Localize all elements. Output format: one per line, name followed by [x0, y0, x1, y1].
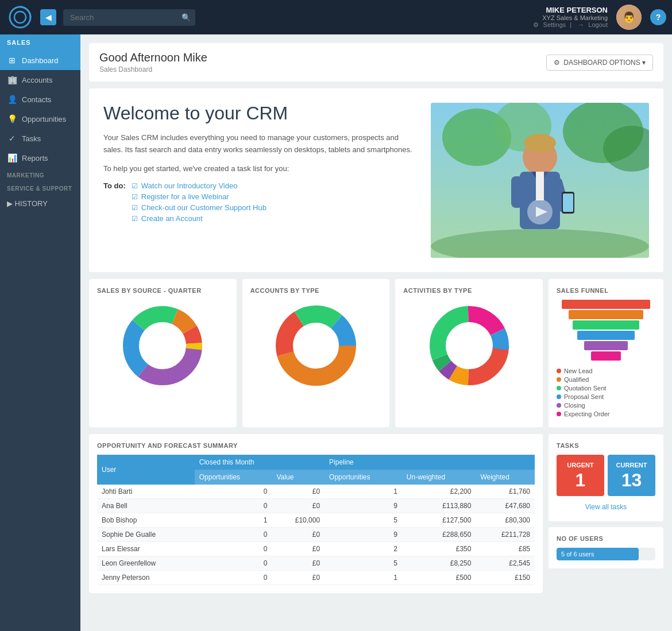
- cell-pl-opp: 2: [325, 542, 402, 556]
- help-button[interactable]: ?: [650, 9, 666, 25]
- cell-cl-val: £0: [272, 499, 325, 513]
- gear-icon: ⚙: [554, 59, 560, 67]
- todo-item-2[interactable]: ☑ Check-out our Customer Support Hub: [132, 203, 267, 212]
- marketing-section-label: MARKETING: [0, 168, 80, 181]
- sidebar-item-tasks[interactable]: ✓ Tasks: [0, 129, 80, 148]
- tasks-panel: TASKS URGENT 1 CURRENT 13 View all tasks: [549, 434, 663, 521]
- col-cl-opp: Opportunities: [195, 470, 272, 485]
- current-task-box[interactable]: CURRENT 13: [608, 455, 655, 496]
- todo-item-3[interactable]: ☑ Create an Account: [132, 214, 267, 223]
- urgent-label: URGENT: [561, 462, 600, 469]
- dashboard-options-button[interactable]: ⚙ DASHBOARD OPTIONS ▾: [546, 55, 653, 71]
- sidebar-item-accounts[interactable]: 🏢 Accounts: [0, 70, 80, 90]
- urgent-task-box[interactable]: URGENT 1: [557, 455, 604, 496]
- todo-item-1[interactable]: ☑ Register for a live Webinar: [132, 192, 267, 201]
- cell-weighted: £2,545: [476, 556, 535, 571]
- col-pipeline: Pipeline: [325, 455, 535, 470]
- search-icon: 🔍: [181, 13, 191, 22]
- todo-item-label-0: Watch our Introductory Video: [141, 181, 238, 190]
- user-name: MIKE PETERSON: [531, 6, 608, 14]
- cell-pl-opp: 5: [325, 513, 402, 528]
- sales-funnel-title: SALES FUNNEL: [557, 287, 655, 294]
- table-row: Ana Bell 0 £0 9 £113,880 £47,680: [97, 499, 535, 513]
- forecast-title: OPPORTUNITY AND FORECAST SUMMARY: [97, 442, 535, 449]
- funnel-legend: New Lead Qualified Quotation Sent Propos…: [557, 367, 655, 417]
- legend-item-4: Closing: [557, 402, 655, 409]
- legend-label-5: Expecting Order: [564, 411, 609, 417]
- welcome-title: Welcome to your CRM: [103, 103, 419, 124]
- table-row: Johti Barti 0 £0 1 £2,200 £1,760: [97, 485, 535, 499]
- cell-unweighted: £2,200: [402, 485, 476, 499]
- current-label: CURRENT: [612, 462, 651, 469]
- sidebar-item-history[interactable]: ▶ HISTORY: [0, 194, 80, 213]
- cell-weighted: £85: [476, 542, 535, 556]
- sidebar-item-opportunities[interactable]: 💡 Opportunities: [0, 109, 80, 129]
- cell-unweighted: £500: [402, 571, 476, 585]
- header-right: MIKE PETERSON XYZ Sales & Marketing ⚙ Se…: [531, 5, 666, 30]
- welcome-image: [431, 103, 649, 258]
- cell-unweighted: £127,500: [402, 513, 476, 528]
- cell-user: Ana Bell: [97, 499, 195, 513]
- todo-item-label-1: Register for a live Webinar: [141, 192, 229, 201]
- sidebar-item-dashboard[interactable]: ⊞ Dashboard: [0, 51, 80, 70]
- cell-cl-opp: 0: [195, 542, 272, 556]
- logout-link[interactable]: Logout: [588, 21, 608, 28]
- nav-toggle-button[interactable]: ◀: [40, 9, 56, 25]
- table-row: Leon Greenfellow 0 £0 5 £8,250 £2,545: [97, 556, 535, 571]
- sidebar-item-reports[interactable]: 📊 Reports: [0, 148, 80, 168]
- avatar-image: 👨: [616, 5, 642, 30]
- page-subtitle: Sales Dashboard: [99, 65, 207, 73]
- legend-item-3: Proposal Sent: [557, 393, 655, 400]
- legend-item-0: New Lead: [557, 367, 655, 374]
- page-title: Good Afternoon Mike: [99, 51, 207, 64]
- service-section-label: SERVICE & SUPPORT: [0, 181, 80, 194]
- accounts-icon: 🏢: [7, 75, 17, 84]
- app-body: SALES ⊞ Dashboard 🏢 Accounts 👤 Contacts …: [0, 34, 672, 631]
- cell-user: Jenny Peterson: [97, 571, 195, 585]
- cell-pl-opp: 1: [325, 571, 402, 585]
- check-icon-1: ☑: [132, 193, 138, 201]
- svg-rect-17: [511, 176, 523, 208]
- sidebar-item-contacts[interactable]: 👤 Contacts: [0, 90, 80, 109]
- settings-link[interactable]: Settings: [543, 21, 566, 28]
- cell-cl-val: £10,000: [272, 513, 325, 528]
- sales-by-source-card: SALES BY SOURCE - QUARTER: [89, 279, 237, 427]
- view-all-tasks-link[interactable]: View all tasks: [557, 501, 655, 513]
- legend-dot-0: [557, 369, 561, 373]
- page-header-text: Good Afternoon Mike Sales Dashboard: [99, 51, 207, 73]
- sidebar-label-opportunities: Opportunities: [22, 115, 66, 123]
- todo-item-label-3: Create an Account: [141, 214, 203, 223]
- accounts-by-type-title: ACCOUNTS BY TYPE: [250, 287, 382, 294]
- logout-icon: →: [578, 21, 584, 28]
- todo-item-0[interactable]: ☑ Watch our Introductory Video: [132, 181, 267, 190]
- cell-pl-opp: 9: [325, 499, 402, 513]
- col-pl-opp: Opportunities: [325, 470, 402, 485]
- cell-cl-opp: 1: [195, 513, 272, 528]
- cell-weighted: £47,680: [476, 499, 535, 513]
- welcome-desc2: To help you get started, we've created a…: [103, 163, 419, 175]
- search-input[interactable]: [63, 9, 195, 26]
- cell-weighted: £150: [476, 571, 535, 585]
- legend-item-1: Qualified: [557, 376, 655, 383]
- welcome-banner: Welcome to your CRM Your Sales CRM inclu…: [89, 88, 663, 272]
- col-cl-val: Value: [272, 470, 325, 485]
- svg-point-10: [524, 134, 556, 152]
- user-links: ⚙ Settings | → Logout: [531, 21, 608, 29]
- users-bar: 5 of 6 users: [557, 548, 639, 560]
- check-icon-0: ☑: [132, 182, 138, 190]
- cell-user: Johti Barti: [97, 485, 195, 499]
- cell-weighted: £80,300: [476, 513, 535, 528]
- legend-item-5: Expecting Order: [557, 411, 655, 417]
- col-unweighted: Un-weighted: [402, 470, 476, 485]
- cell-cl-opp: 0: [195, 528, 272, 542]
- activities-by-type-title: ACTIVITIES BY TYPE: [403, 287, 535, 294]
- tasks-title: TASKS: [557, 442, 655, 449]
- cell-weighted: £1,760: [476, 485, 535, 499]
- reports-icon: 📊: [7, 153, 17, 162]
- welcome-text: Welcome to your CRM Your Sales CRM inclu…: [103, 103, 419, 225]
- app-logo: [6, 3, 34, 32]
- welcome-desc1: Your Sales CRM includes everything you n…: [103, 132, 419, 156]
- forecast-card: OPPORTUNITY AND FORECAST SUMMARY User Cl…: [89, 434, 543, 593]
- todo-list: ☑ Watch our Introductory Video ☑ Registe…: [132, 181, 267, 225]
- activities-by-type-card: ACTIVITIES BY TYPE: [395, 279, 543, 427]
